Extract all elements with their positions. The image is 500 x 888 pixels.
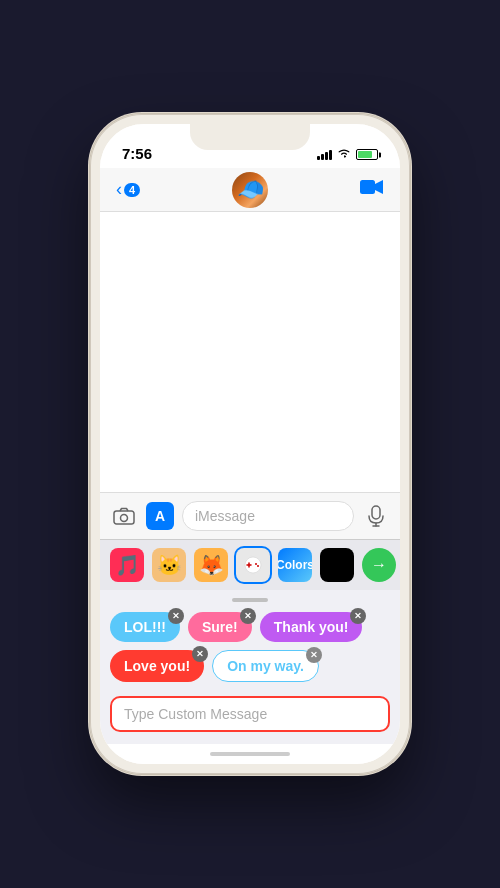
messages-area	[100, 212, 400, 492]
back-button[interactable]: ‹ 4	[116, 179, 140, 200]
back-chevron-icon: ‹	[116, 179, 122, 200]
back-badge: 4	[124, 183, 140, 197]
reply-thankyou-close[interactable]: ✕	[350, 608, 366, 624]
replies-grid: LOL!!! ✕ Sure! ✕ Thank you! ✕ Love you! …	[110, 612, 390, 682]
nav-bar: ‹ 4 🧢	[100, 168, 400, 212]
reply-lol-close[interactable]: ✕	[168, 608, 184, 624]
custom-message-placeholder: Type Custom Message	[124, 706, 267, 722]
app-memoji-1[interactable]: 🐱	[152, 548, 186, 582]
svg-rect-0	[360, 180, 375, 194]
status-time: 7:56	[122, 145, 152, 162]
contact-avatar[interactable]: 🧢	[232, 172, 268, 208]
svg-point-11	[257, 565, 259, 567]
app-music[interactable]: 🎵	[110, 548, 144, 582]
reply-loveyou-text: Love you!	[124, 658, 190, 674]
phone-device: 7:56	[90, 114, 410, 774]
svg-point-2	[121, 515, 128, 522]
reply-lol[interactable]: LOL!!! ✕	[110, 612, 180, 642]
apps-button[interactable]: A	[146, 502, 174, 530]
app-memoji-2[interactable]: 🦊	[194, 548, 228, 582]
status-icons	[317, 147, 378, 162]
reply-loveyou-close[interactable]: ✕	[192, 646, 208, 662]
reply-sure-text: Sure!	[202, 619, 238, 635]
reply-sure[interactable]: Sure! ✕	[188, 612, 252, 642]
audio-button[interactable]	[362, 502, 390, 530]
app-tiktok[interactable]: ▶	[320, 548, 354, 582]
svg-point-10	[255, 563, 257, 565]
signal-icon	[317, 150, 332, 160]
home-indicator	[100, 744, 400, 764]
reply-thankyou-text: Thank you!	[274, 619, 349, 635]
quick-replies-panel: LOL!!! ✕ Sure! ✕ Thank you! ✕ Love you! …	[100, 590, 400, 688]
imessage-input[interactable]: iMessage	[182, 501, 354, 531]
battery-fill	[358, 151, 372, 158]
reply-onmyway[interactable]: On my way. ✕	[212, 650, 319, 682]
video-call-button[interactable]	[360, 178, 384, 201]
reply-loveyou[interactable]: Love you! ✕	[110, 650, 204, 682]
app-colors[interactable]: Colors	[278, 548, 312, 582]
input-bar: A iMessage	[100, 492, 400, 539]
notch	[190, 124, 310, 150]
phone-screen: 7:56	[100, 124, 400, 764]
reply-onmyway-text: On my way.	[227, 658, 304, 674]
svg-rect-3	[372, 506, 380, 519]
avatar-image: 🧢	[232, 172, 268, 208]
reply-sure-close[interactable]: ✕	[240, 608, 256, 624]
wifi-icon	[337, 147, 351, 162]
custom-message-input[interactable]: Type Custom Message	[110, 696, 390, 732]
reply-onmyway-close[interactable]: ✕	[306, 647, 322, 663]
drag-handle	[232, 598, 268, 602]
reply-thankyou[interactable]: Thank you! ✕	[260, 612, 363, 642]
apps-label: A	[155, 508, 165, 524]
app-game[interactable]	[236, 548, 270, 582]
reply-lol-text: LOL!!!	[124, 619, 166, 635]
battery-icon	[356, 149, 378, 160]
app-row: 🎵 🐱 🦊	[100, 539, 400, 590]
camera-button[interactable]	[110, 502, 138, 530]
home-bar	[210, 752, 290, 756]
custom-message-area: Type Custom Message	[100, 688, 400, 744]
imessage-placeholder: iMessage	[195, 508, 255, 524]
app-forward[interactable]: →	[362, 548, 396, 582]
